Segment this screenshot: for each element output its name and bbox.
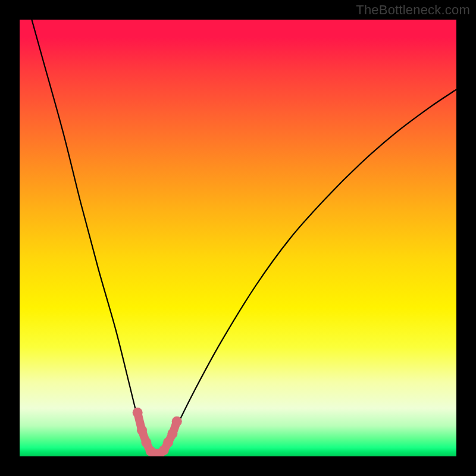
chart-frame: TheBottleneck.com <box>0 0 476 476</box>
plot-area <box>20 20 456 456</box>
svg-point-1 <box>137 425 147 435</box>
bottleneck-curve <box>20 20 456 456</box>
curve-layer <box>20 20 456 456</box>
watermark-text: TheBottleneck.com <box>356 2 470 18</box>
svg-point-2 <box>141 437 151 447</box>
optimal-range-highlight <box>133 408 182 456</box>
svg-point-8 <box>167 428 177 439</box>
svg-point-9 <box>172 416 182 427</box>
svg-point-0 <box>133 408 143 418</box>
svg-point-7 <box>163 437 173 447</box>
